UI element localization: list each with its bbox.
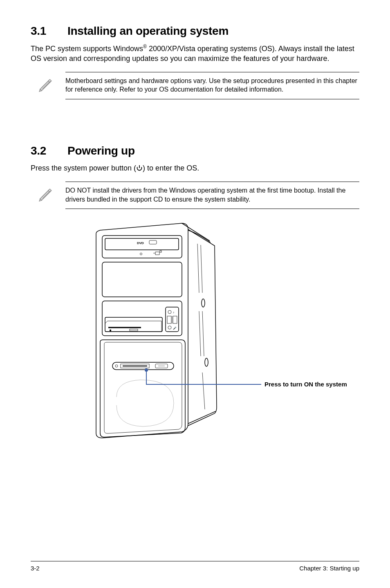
- svg-rect-16: [149, 240, 157, 244]
- body-text-pre: Press the system power button (: [31, 164, 136, 172]
- section-heading-31: 3.1Installing an operating system: [31, 25, 359, 38]
- svg-rect-28: [167, 316, 171, 323]
- svg-line-11: [202, 311, 204, 356]
- svg-point-31: [168, 326, 171, 329]
- svg-point-24: [110, 330, 111, 331]
- svg-line-12: [202, 373, 205, 409]
- note-block-32: DO NOT install the drivers from the Wind…: [37, 182, 359, 209]
- svg-line-5: [43, 191, 51, 199]
- page-footer: 3-2 Chapter 3: Starting up: [31, 561, 359, 572]
- callout-line: [146, 384, 261, 385]
- svg-point-34: [115, 365, 118, 367]
- page-number: 3-2: [31, 565, 40, 572]
- power-icon: [136, 164, 143, 173]
- section-number: 3.1: [31, 25, 67, 38]
- svg-rect-23: [130, 329, 138, 331]
- pc-tower-diagram: DVD ♪ 🎤: [80, 221, 366, 450]
- note-text: DO NOT install the drivers from the Wind…: [65, 182, 359, 209]
- section-number: 3.2: [31, 144, 67, 157]
- svg-point-7: [205, 358, 208, 366]
- svg-rect-20: [102, 301, 182, 336]
- svg-point-17: [140, 253, 142, 255]
- registered-mark: ®: [143, 44, 147, 49]
- svg-line-9: [201, 245, 202, 293]
- body-text-pre: The PC system supports Windows: [31, 45, 143, 53]
- svg-line-10: [199, 311, 201, 356]
- section-31-body: The PC system supports Windows® 2000/XP/…: [31, 43, 359, 64]
- svg-rect-18: [160, 251, 161, 252]
- svg-rect-21: [105, 317, 162, 332]
- section-heading-32: 3.2Powering up: [31, 144, 359, 157]
- svg-rect-19: [102, 262, 182, 297]
- section-title: Powering up: [67, 144, 135, 157]
- svg-line-8: [197, 244, 199, 293]
- note-block-31: Motherboard settings and hardware option…: [37, 72, 359, 99]
- callout-label: Press to turn ON the system: [264, 381, 347, 388]
- svg-text:🎤: 🎤: [173, 326, 177, 330]
- svg-point-6: [202, 299, 205, 307]
- svg-point-26: [168, 310, 171, 314]
- svg-text:DVD: DVD: [137, 241, 144, 245]
- section-title: Installing an operating system: [67, 25, 229, 37]
- pencil-note-icon: [37, 182, 65, 209]
- section-32-body: Press the system power button () to ente…: [31, 163, 359, 173]
- svg-line-1: [43, 81, 51, 89]
- note-text: Motherboard settings and hardware option…: [65, 72, 359, 99]
- svg-rect-13: [102, 236, 182, 258]
- body-text-post: ) to enter the OS.: [143, 164, 199, 172]
- pencil-note-icon: [37, 72, 65, 99]
- chapter-label: Chapter 3: Starting up: [299, 565, 359, 572]
- svg-rect-29: [173, 316, 177, 323]
- callout-line-vertical: [146, 370, 147, 384]
- svg-text:♪: ♪: [173, 311, 175, 314]
